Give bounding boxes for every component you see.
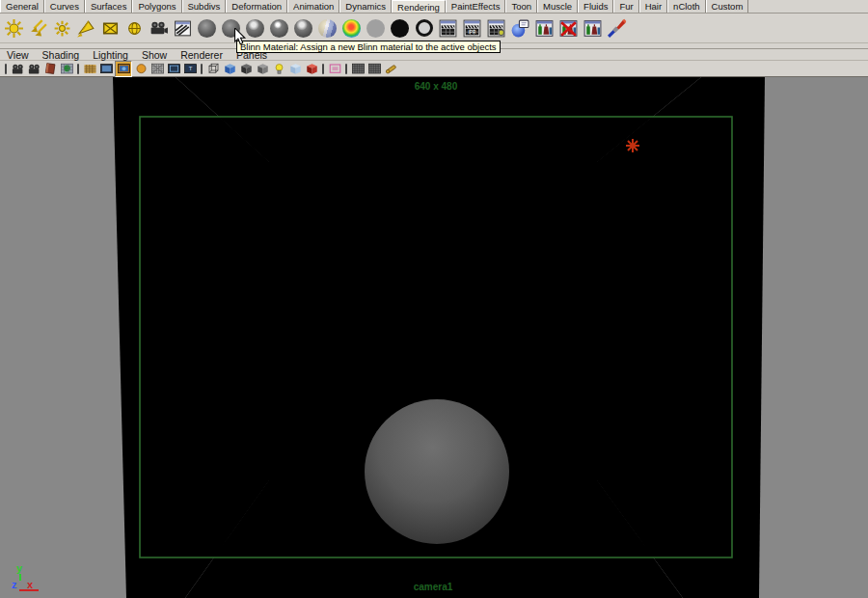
- area-light-button[interactable]: [98, 14, 122, 41]
- field-chart-2-icon[interactable]: [350, 62, 366, 76]
- render-current-frame-button[interactable]: [436, 14, 460, 41]
- shelf-tab-dynamics[interactable]: Dynamics: [339, 0, 392, 13]
- camera-button[interactable]: [147, 14, 171, 41]
- panel-icon-toolbar: T: [0, 61, 868, 77]
- spot-light-button[interactable]: [74, 14, 98, 41]
- wireframe-icon[interactable]: [205, 62, 221, 76]
- volume-light-button[interactable]: [122, 14, 147, 41]
- camera-attributes-icon[interactable]: [26, 62, 41, 76]
- isolate-select-icon[interactable]: [327, 62, 342, 76]
- shelf-tab-painteffects[interactable]: PaintEffects: [446, 0, 506, 13]
- shelf-tab-fur[interactable]: Fur: [613, 0, 638, 13]
- flat-shade-icon[interactable]: [238, 62, 254, 76]
- shelf-tab-rendering[interactable]: Rendering: [392, 0, 446, 13]
- film-gate-icon[interactable]: [98, 62, 114, 76]
- directional-light-button[interactable]: [26, 14, 50, 41]
- layered-shader-button[interactable]: [315, 14, 339, 41]
- shelf-tab-muscle[interactable]: Muscle: [537, 0, 578, 13]
- ipr-render-button[interactable]: IPR: [460, 14, 484, 41]
- resolution-label: 640 x 480: [415, 81, 458, 92]
- batch-render-button[interactable]: [484, 14, 508, 41]
- use-background-button[interactable]: [388, 14, 412, 41]
- render-partition-button[interactable]: [171, 14, 195, 41]
- surface-shader-button[interactable]: [364, 14, 388, 41]
- bookmark-icon[interactable]: [42, 62, 58, 76]
- shading-map-button[interactable]: [412, 14, 436, 41]
- resolution-gate-icon[interactable]: [115, 61, 132, 77]
- paint-effects-brush-button[interactable]: [605, 14, 629, 41]
- phong-material-button[interactable]: [267, 14, 291, 41]
- delete-unused-nodes-button[interactable]: [556, 14, 581, 41]
- material-attributes-button[interactable]: [508, 14, 532, 41]
- hypershade-button[interactable]: [532, 14, 556, 41]
- svg-text:T: T: [188, 66, 192, 71]
- scene-bright: [113, 77, 765, 598]
- phonge-material-button[interactable]: [291, 14, 315, 41]
- gate-mask-icon[interactable]: [133, 62, 149, 76]
- panel-menu-lighting[interactable]: Lighting: [86, 49, 135, 61]
- panel-menu-view[interactable]: View: [0, 49, 36, 61]
- colored-wireframe-icon[interactable]: [304, 62, 319, 76]
- shelf-tab-subdivs[interactable]: Subdivs: [182, 0, 227, 13]
- shelf-tab-ncloth[interactable]: nCloth: [667, 0, 705, 13]
- axis-y-label: y: [16, 562, 23, 574]
- mouse-cursor: [234, 28, 248, 49]
- smooth-shade-icon[interactable]: [222, 62, 237, 76]
- shelf-tab-general[interactable]: General: [0, 0, 44, 13]
- safe-action-icon[interactable]: [166, 62, 181, 76]
- panel-menu-shading[interactable]: Shading: [36, 49, 87, 61]
- grid-icon[interactable]: [82, 62, 97, 76]
- ramp-shader-button[interactable]: [339, 14, 364, 41]
- shelf-tab-hair[interactable]: Hair: [639, 0, 667, 13]
- panel-menu-renderer[interactable]: Renderer: [174, 49, 230, 61]
- use-lights-icon[interactable]: [271, 62, 286, 76]
- toolbar-separator: [201, 64, 203, 74]
- anisotropic-material-button[interactable]: [195, 14, 219, 41]
- field-chart-icon[interactable]: [149, 62, 165, 76]
- axis-x-label: x: [27, 579, 34, 590]
- toolbar-separator: [77, 64, 79, 74]
- shelf-icon-bar: IPR: [0, 14, 868, 43]
- grid-options-icon[interactable]: [366, 62, 382, 76]
- ambient-light-button[interactable]: [2, 14, 26, 41]
- default-material-icon[interactable]: [287, 62, 303, 76]
- shelf-tab-bar: GeneralCurvesSurfacesPolygonsSubdivsDefo…: [0, 0, 868, 14]
- shelf-tab-custom[interactable]: Custom: [706, 0, 749, 13]
- shelf-tab-curves[interactable]: Curves: [44, 0, 85, 13]
- svg-text:IPR: IPR: [468, 30, 476, 35]
- hypershade-window-button[interactable]: [581, 14, 605, 41]
- toolbar-separator: [322, 64, 324, 74]
- viewport-canvas[interactable]: 640 x 480 camera1 y z x: [0, 77, 868, 598]
- toolbar-separator: [345, 64, 347, 74]
- maya-window: { "shelf_tabs": { "labels": ["General","…: [0, 0, 868, 598]
- select-camera-icon[interactable]: [10, 62, 25, 76]
- shelf-tab-surfaces[interactable]: Surfaces: [85, 0, 133, 13]
- panel-menu-show[interactable]: Show: [135, 49, 174, 61]
- tooltip: Blinn Material: Assign a new Blinn mater…: [236, 41, 501, 53]
- toolbar-separator: [5, 64, 7, 74]
- shelf-tab-fluids[interactable]: Fluids: [578, 0, 613, 13]
- camera-name-label: camera1: [414, 582, 453, 592]
- image-plane-icon[interactable]: [59, 62, 74, 76]
- viewport[interactable]: 640 x 480 camera1 y z x: [0, 77, 868, 598]
- textured-icon[interactable]: [255, 62, 270, 76]
- shelf-tab-polygons[interactable]: Polygons: [132, 0, 181, 13]
- axis-z-label: z: [12, 579, 17, 590]
- shelf-tab-deformation[interactable]: Deformation: [226, 0, 287, 13]
- shelf-tab-animation[interactable]: Animation: [287, 0, 339, 13]
- safe-title-icon[interactable]: T: [182, 62, 198, 76]
- xray-icon[interactable]: [383, 62, 398, 76]
- point-light-button[interactable]: [50, 14, 74, 41]
- shelf-tab-toon[interactable]: Toon: [505, 0, 537, 13]
